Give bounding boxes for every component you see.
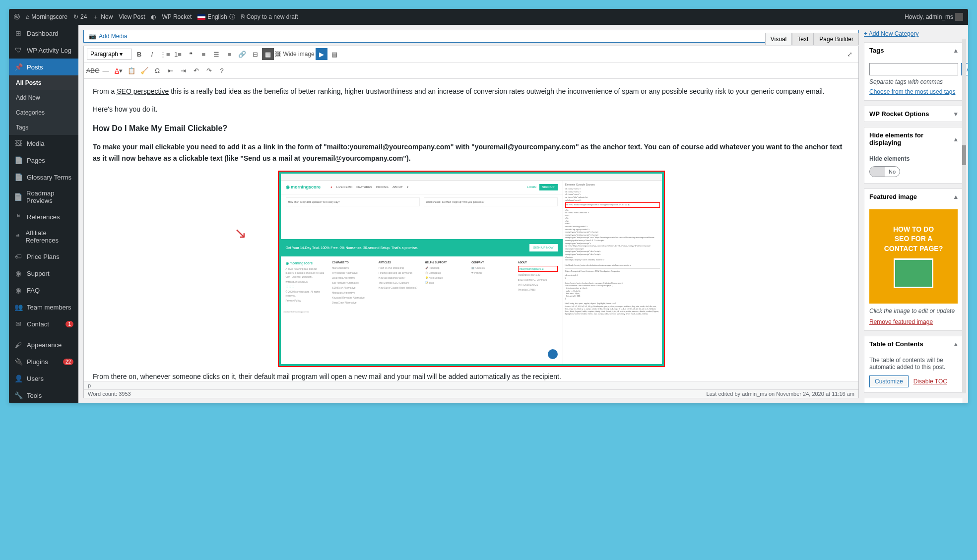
new-content-link[interactable]: ＋ New	[93, 13, 113, 21]
metabox-toc-header[interactable]: Table of Contents▴	[864, 336, 963, 352]
wp-logo-icon[interactable]: ⓦ	[14, 13, 20, 21]
wprocket-link[interactable]: WP Rocket	[162, 13, 192, 20]
paragraph-4: From there on, whenever someone clicks o…	[93, 371, 849, 381]
add-media-button[interactable]: 📷 Add Media	[83, 30, 859, 43]
metabox-wprocket-header[interactable]: WP Rocket Options▾	[864, 106, 963, 122]
ms-logo: ◉ morningscore	[286, 184, 321, 190]
paragraph-1: From a SEO perspective this is a really …	[93, 86, 849, 97]
sidebar-item-media[interactable]: 🖼Media	[9, 135, 78, 152]
sidebar-item-affiliate-refs[interactable]: ❝Affiliate References	[9, 225, 78, 248]
align-right-button[interactable]: ≡	[223, 48, 235, 60]
help-button[interactable]: ?	[216, 64, 228, 76]
sidebar-item-references[interactable]: ❝References	[9, 208, 78, 225]
dashboard-icon: ⊞	[14, 29, 23, 38]
strikethrough-button[interactable]: ABC	[87, 64, 99, 76]
sidebar-item-roadmap[interactable]: 📄Roadmap Previews	[9, 186, 78, 208]
admin-sidebar: ⊞Dashboard 🛡WP Activity Log 📌Posts All P…	[9, 25, 78, 403]
sidebar-item-faq[interactable]: ◉FAQ	[9, 282, 78, 299]
align-left-button[interactable]: ≡	[197, 48, 209, 60]
avatar	[955, 13, 963, 21]
word-count: Word count: 3953	[88, 391, 131, 397]
sidebar-item-users[interactable]: 👤Users	[9, 370, 78, 387]
pin-icon: 📌	[14, 62, 23, 71]
media-icon: 🖼	[14, 139, 23, 148]
sidebar-item-glossary[interactable]: 📄Glossary Terms	[9, 169, 78, 186]
toc-customize-button[interactable]: Customize	[869, 375, 909, 387]
sidebar-item-posts[interactable]: 📌Posts	[9, 59, 78, 75]
tab-visual[interactable]: Visual	[765, 33, 792, 45]
updates-link[interactable]: ↻ 24	[73, 13, 87, 20]
metabox-featured-header[interactable]: Featured image▴	[864, 189, 963, 204]
paragraph-3: To make your mail clickable you need to …	[93, 141, 849, 164]
bold-button[interactable]: B	[133, 48, 145, 60]
redo-button[interactable]: ↷	[203, 64, 215, 76]
sidebar-item-dashboard[interactable]: ⊞Dashboard	[9, 25, 78, 42]
editor-content[interactable]: From a SEO perspective this is a really …	[84, 79, 858, 381]
columns-button[interactable]: ▤	[328, 48, 340, 60]
sidebar-item-activity-log[interactable]: 🛡WP Activity Log	[9, 42, 78, 59]
toolbar-toggle-button[interactable]: ▦	[262, 48, 274, 60]
featured-image-thumb[interactable]: HOW TO DO SEO FOR A CONTACT PAGE?	[869, 209, 958, 304]
sidebar-item-add-new[interactable]: Add New	[9, 90, 78, 105]
metabox-tags-header[interactable]: Tags▴	[864, 43, 963, 58]
tag-icon: 🏷	[14, 252, 23, 261]
italic-button[interactable]: I	[146, 48, 158, 60]
sidebar-item-plugins[interactable]: 🔌Plugins22	[9, 353, 78, 370]
add-new-category-link[interactable]: + Add New Category	[864, 30, 918, 37]
sidebar-item-tools[interactable]: 🔧Tools	[9, 387, 78, 403]
indent-button[interactable]: ⇥	[177, 64, 189, 76]
fullscreen-button[interactable]: ⤢	[844, 48, 855, 60]
toc-button[interactable]: ▶	[316, 48, 327, 60]
tags-input[interactable]	[869, 63, 958, 75]
sidebar-item-support[interactable]: ◉Support	[9, 265, 78, 282]
metabox-hide-header[interactable]: Hide elements for displaying▴	[864, 127, 963, 150]
link-button[interactable]: 🔗	[236, 48, 248, 60]
seo-perspective-link[interactable]: SEO perspective	[117, 87, 169, 95]
hide-elements-label: Hide elements	[869, 155, 958, 162]
howdy-user[interactable]: Howdy, admin_ms	[905, 13, 963, 21]
chevron-down-icon: ▾	[954, 110, 958, 118]
special-char-button[interactable]: Ω	[151, 64, 163, 76]
sidebar-item-contact[interactable]: ✉Contact1	[9, 315, 78, 332]
copy-draft-link[interactable]: ⎘ Copy to a new draft	[241, 13, 298, 20]
more-button[interactable]: ⊟	[249, 48, 261, 60]
tab-page-builder[interactable]: Page Builder	[814, 33, 859, 45]
sidebar-item-all-posts[interactable]: All Posts	[9, 75, 78, 90]
paragraph-select[interactable]: Paragraph ▾	[87, 49, 132, 60]
clear-format-button[interactable]: 🧹	[138, 64, 150, 76]
outdent-button[interactable]: ⇤	[164, 64, 176, 76]
tab-text[interactable]: Text	[792, 33, 814, 45]
sidebar-item-tags[interactable]: Tags	[9, 120, 78, 135]
undo-button[interactable]: ↶	[190, 64, 202, 76]
team-icon: 👥	[14, 303, 23, 311]
element-path[interactable]: p	[88, 382, 91, 388]
sidebar-item-categories[interactable]: Categories	[9, 105, 78, 120]
editor-wrapper: Paragraph ▾ B I ⋮≡ 1≡ ❝ ≡ ☰ ≡ 🔗 ⊟ ▦ 🖼 Wi…	[83, 46, 859, 398]
hide-elements-toggle[interactable]: No	[869, 166, 900, 177]
site-name[interactable]: ⌂ Morningscore	[26, 13, 67, 20]
page-icon: 📄	[14, 156, 23, 165]
metabox-worth-header[interactable]: Worth The Read	[864, 398, 963, 403]
metabox-featured-image: Featured image▴ HOW TO DO SEO FOR A CONT…	[864, 188, 963, 331]
yoast-icon[interactable]: ◐	[151, 13, 156, 20]
numbered-list-button[interactable]: 1≡	[172, 48, 184, 60]
toc-description: The table of contents will be automatic …	[869, 357, 958, 371]
metabox-worth-read: Worth The Read	[864, 398, 963, 403]
toc-disable-link[interactable]: Disable TOC	[913, 378, 947, 385]
page-scrollbar[interactable]	[962, 39, 966, 393]
text-color-button[interactable]: A ▾	[113, 64, 125, 76]
paste-text-button[interactable]: 📋	[126, 64, 137, 76]
align-center-button[interactable]: ☰	[210, 48, 222, 60]
wide-image-button[interactable]: 🖼 Wide image	[275, 51, 314, 58]
view-post-link[interactable]: View Post	[119, 13, 145, 20]
blockquote-button[interactable]: ❝	[185, 48, 196, 60]
bullet-list-button[interactable]: ⋮≡	[159, 48, 171, 60]
choose-tags-link[interactable]: Choose from the most used tags	[869, 88, 955, 95]
language-switcher[interactable]: English ⓘ	[197, 13, 235, 21]
sidebar-item-appearance[interactable]: 🖌Appearance	[9, 336, 78, 353]
sidebar-item-price-plans[interactable]: 🏷Price Plans	[9, 248, 78, 265]
sidebar-item-team[interactable]: 👥Team members	[9, 299, 78, 315]
sidebar-item-pages[interactable]: 📄Pages	[9, 152, 78, 169]
remove-featured-link[interactable]: Remove featured image	[869, 318, 933, 325]
hr-button[interactable]: —	[100, 64, 112, 76]
